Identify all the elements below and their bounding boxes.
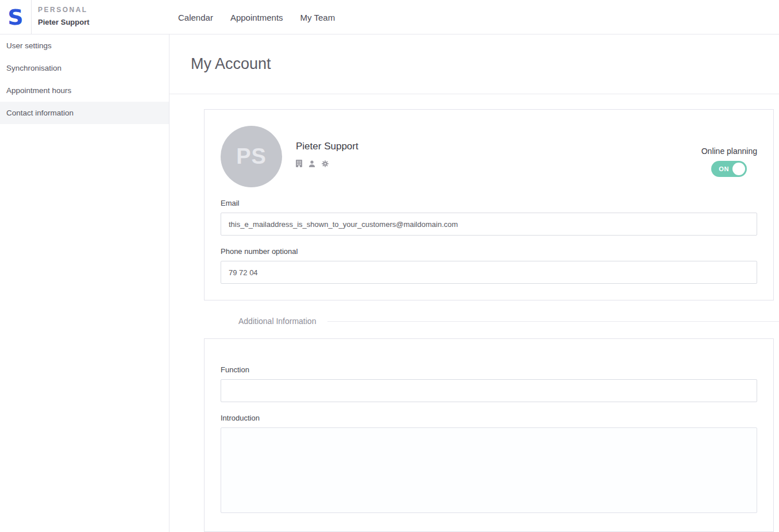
function-field-group: Function [221, 365, 757, 402]
phone-field-group: Phone number optional [221, 247, 757, 284]
sidebar-item-synchronisation[interactable]: Synchronisation [0, 57, 169, 79]
profile-card: PS Pieter Support [204, 109, 774, 300]
email-field-group: Email [221, 199, 757, 236]
additional-information-card: Function Introduction [204, 338, 774, 532]
main-content: My Account PS Pieter Support [169, 34, 779, 532]
profile-name: Pieter Support [296, 141, 358, 152]
nav-item-calendar[interactable]: Calendar [178, 13, 213, 22]
title-bar: My Account [169, 34, 779, 94]
profile-meta: Pieter Support [296, 126, 358, 187]
additional-information-section-header: Additional Information [238, 317, 779, 326]
profile-badge-icons [296, 160, 358, 167]
online-planning-block: Online planning ON [701, 147, 757, 187]
settings-sidebar: User settings Synchronisation Appointmen… [0, 34, 169, 532]
gear-icon[interactable] [322, 160, 329, 167]
nav-item-appointments[interactable]: Appointments [230, 13, 283, 22]
section-title: Additional Information [238, 317, 316, 326]
app-logo[interactable]: S [0, 0, 32, 34]
toggle-knob-icon [732, 163, 745, 175]
online-planning-toggle[interactable]: ON [711, 161, 747, 177]
sidebar-item-user-settings[interactable]: User settings [0, 34, 169, 57]
brand-s-icon: S [7, 6, 23, 28]
introduction-textarea[interactable] [221, 427, 757, 513]
online-planning-label: Online planning [701, 147, 757, 156]
phone-input[interactable] [221, 261, 757, 284]
section-divider [327, 321, 779, 322]
top-navigation: Calendar Appointments My Team [178, 0, 335, 34]
workspace-name: Pieter Support [38, 18, 90, 26]
email-label: Email [221, 199, 757, 207]
workspace-switcher[interactable]: PERSONAL Pieter Support [32, 0, 90, 34]
app-header: S PERSONAL Pieter Support Calendar Appoi… [0, 0, 779, 34]
function-label: Function [221, 365, 757, 374]
introduction-field-group: Introduction [221, 414, 757, 515]
email-input[interactable] [221, 213, 757, 236]
introduction-label: Introduction [221, 414, 757, 422]
nav-item-my-team[interactable]: My Team [300, 13, 335, 22]
workspace-label: PERSONAL [38, 6, 90, 14]
profile-row: PS Pieter Support [221, 126, 757, 187]
sidebar-item-appointment-hours[interactable]: Appointment hours [0, 79, 169, 102]
sidebar-item-contact-information[interactable]: Contact information [0, 102, 169, 124]
page-title: My Account [191, 55, 271, 73]
phone-label: Phone number optional [221, 247, 757, 256]
avatar: PS [221, 126, 282, 187]
toggle-on-label: ON [719, 165, 729, 172]
person-icon [308, 160, 315, 167]
building-icon [296, 160, 302, 167]
function-input[interactable] [221, 379, 757, 402]
